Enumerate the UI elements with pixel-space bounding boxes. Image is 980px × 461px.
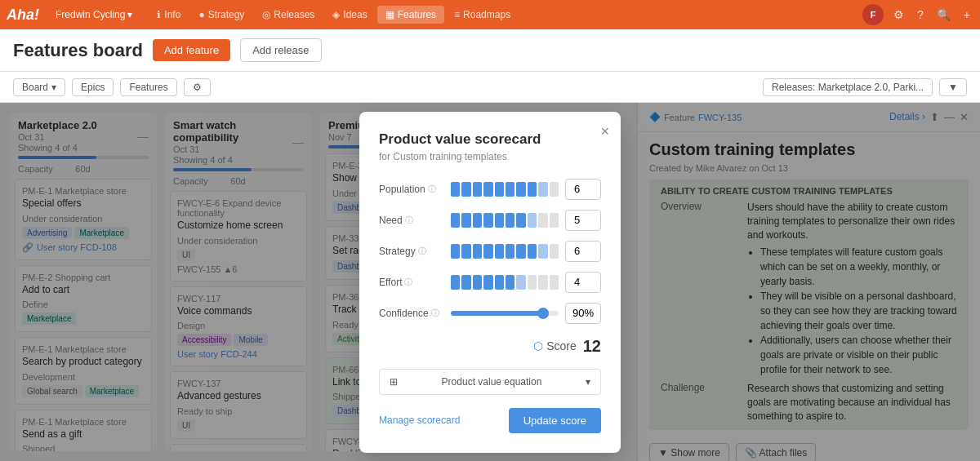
content-area: Marketplace 2.0 Oct 31 Showing 4 of 4 — … [0,103,980,461]
app-logo[interactable]: Aha! [7,7,39,24]
effort-input[interactable] [565,272,601,293]
scorecard-modal: Product value scorecard for Custom train… [359,112,621,453]
modal-overlay[interactable]: Product value scorecard for Custom train… [0,103,980,461]
chevron-down-icon: ▾ [127,9,132,20]
gear-icon: ⚙ [193,82,202,93]
confidence-input[interactable] [565,303,601,324]
update-score-button[interactable]: Update score [509,408,601,433]
toolbar: Board ▾ Epics Features ⚙ Releases: Marke… [0,72,980,103]
epics-button[interactable]: Epics [72,78,114,96]
population-label: Population [379,184,425,195]
strategy-info-icon[interactable]: ⓘ [418,246,426,257]
confidence-row: Confidence ⓘ [379,303,601,324]
chevron-icon: ▾ [51,82,56,93]
board-button[interactable]: Board ▾ [13,78,65,96]
scorecard-row-need: Need ⓘ [379,210,601,231]
filter-button[interactable]: ▼ [939,78,967,96]
score-icon: ⬡ [533,339,543,352]
main-header: Features board Add feature Add release [0,29,980,72]
nav-item-strategy[interactable]: ●Strategy [190,6,252,24]
need-input[interactable] [565,210,601,231]
nav-item-roadmaps[interactable]: ≡Roadmaps [446,6,519,24]
user-avatar[interactable]: F [862,4,884,25]
top-nav: Aha! Fredwin Cycling ▾ ℹInfo ●Strategy ◎… [0,0,980,29]
equation-chevron: ▾ [586,376,590,388]
confidence-info-icon[interactable]: ⓘ [431,308,439,319]
help-icon[interactable]: ? [914,5,927,24]
nav-item-releases[interactable]: ◎Releases [254,6,323,24]
releases-filter[interactable]: Releases: Marketplace 2.0, Parki... [763,78,933,96]
nav-item-features[interactable]: ▦Features [377,6,444,24]
equation-icon: ⊞ [390,376,398,388]
confidence-label: Confidence [379,308,429,319]
equation-label: Product value equation [442,376,542,388]
score-label: Score [546,339,577,352]
score-line: ⬡ Score 12 [379,337,601,356]
modal-title: Product value scorecard [379,131,601,148]
nav-item-info[interactable]: ℹInfo [149,6,189,24]
manage-scorecard-link[interactable]: Manage scorecard [379,414,460,426]
settings-icon[interactable]: ⚙ [890,5,907,24]
need-label: Need [379,215,403,226]
settings-button[interactable]: ⚙ [184,78,211,96]
equation-row[interactable]: ⊞ Product value equation ▾ [379,369,601,395]
search-icon[interactable]: 🔍 [933,5,954,24]
strategy-bar [451,244,559,259]
features-button[interactable]: Features [120,78,176,96]
scorecard-row-strategy: Strategy ⓘ [379,241,601,262]
filter-icon: ▼ [948,82,958,93]
scorecard-row-population: Population ⓘ [379,179,601,200]
modal-footer: Manage scorecard Update score [379,408,601,433]
strategy-input[interactable] [565,241,601,262]
workspace-label: Fredwin Cycling [56,9,125,20]
modal-close-button[interactable]: × [600,123,609,140]
strategy-label: Strategy [379,246,416,257]
effort-label: Effort [379,277,402,288]
score-value: 12 [583,337,601,356]
add-feature-button[interactable]: Add feature [153,39,230,61]
workspace-selector[interactable]: Fredwin Cycling ▾ [49,6,139,24]
modal-subtitle: for Custom training templates [379,151,601,162]
nav-items: ℹInfo ●Strategy ◎Releases ◈Ideas ▦Featur… [149,6,859,24]
plus-icon[interactable]: + [960,5,973,24]
add-release-button[interactable]: Add release [240,38,321,62]
nav-right: F ⚙ ? 🔍 + [862,4,973,25]
population-input[interactable] [565,179,601,200]
effort-info-icon[interactable]: ⓘ [404,277,412,288]
population-info-icon[interactable]: ⓘ [428,184,436,195]
nav-item-ideas[interactable]: ◈Ideas [324,6,375,24]
board-label: Board [22,82,48,93]
confidence-slider[interactable] [451,311,559,316]
population-bar [451,182,559,197]
effort-bar [451,275,559,290]
page-title: Features board [13,40,143,61]
need-bar [451,213,559,228]
need-info-icon[interactable]: ⓘ [405,215,413,226]
scorecard-row-effort: Effort ⓘ [379,272,601,293]
